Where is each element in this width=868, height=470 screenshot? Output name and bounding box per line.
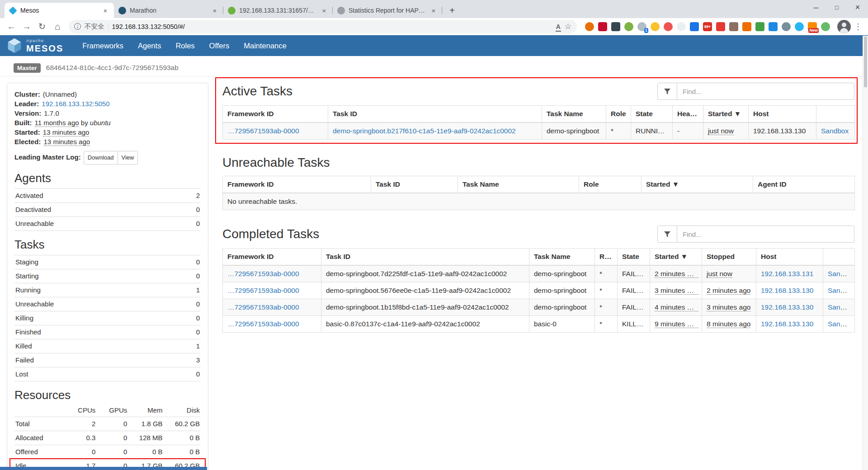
filter-button[interactable] (657, 226, 677, 243)
column-header[interactable]: Stopped (702, 249, 756, 266)
sandbox-link[interactable]: Sandbox (828, 303, 855, 311)
find-input[interactable] (677, 83, 854, 100)
sandbox-link[interactable]: Sandbox (828, 270, 855, 277)
column-header[interactable]: Task Name (542, 106, 606, 123)
log-download-button[interactable]: Download (84, 151, 118, 164)
column-header[interactable]: State (618, 249, 650, 266)
framework-id-link[interactable]: …7295671593ab-0000 (227, 127, 299, 135)
framework-id-link[interactable]: …7295671593ab-0000 (227, 270, 299, 277)
adblock-plus-icon[interactable] (598, 22, 607, 31)
browser-tab-marathon[interactable]: Marathon (114, 3, 223, 18)
nav-item-offers[interactable]: Offers (202, 35, 237, 56)
bookmark-star-icon[interactable] (565, 22, 571, 31)
extension-icon[interactable] (624, 22, 633, 31)
framework-id-link[interactable]: …7295671593ab-0000 (227, 320, 299, 328)
column-header[interactable]: Task Name (529, 249, 595, 266)
task-role: * (606, 122, 631, 140)
window-close-button[interactable] (847, 0, 868, 14)
mesos-brand[interactable]: Apache MESOS (6, 38, 63, 54)
column-header[interactable]: Health (673, 106, 703, 123)
column-header-sorted[interactable]: Started ▼ (703, 106, 749, 123)
column-header[interactable]: Task ID (371, 176, 458, 193)
host-link[interactable]: 192.168.133.131 (761, 270, 813, 277)
extension-icon[interactable] (795, 22, 804, 31)
leader-link[interactable]: 192.168.133.132:5050 (42, 100, 109, 108)
extension-icon[interactable]: 99+ (703, 22, 712, 31)
column-header[interactable]: Host (756, 249, 823, 266)
extension-icon[interactable] (742, 22, 751, 31)
extension-icon[interactable]: 1 (637, 22, 646, 31)
column-header-sorted[interactable]: Started ▼ (650, 249, 702, 266)
extension-icon[interactable] (821, 22, 830, 31)
extension-icon[interactable] (677, 22, 686, 31)
back-button[interactable] (5, 20, 18, 33)
task-id-link[interactable]: demo-springboot.b217f610-c1a5-11e9-aaf9-… (333, 127, 516, 135)
new-tab-button[interactable] (446, 4, 458, 17)
extension-icon[interactable] (585, 22, 594, 31)
task-name: demo-springboot (529, 282, 595, 299)
column-header[interactable]: Role (606, 106, 631, 123)
nav-item-roles[interactable]: Roles (168, 35, 202, 56)
forward-button[interactable] (20, 20, 33, 33)
framework-id-link[interactable]: …7295671593ab-0000 (227, 303, 299, 311)
extension-icon[interactable] (664, 22, 673, 31)
host-link[interactable]: 192.168.133.130 (761, 303, 813, 311)
url-text[interactable]: 192.168.133.132:5050/#/ (112, 23, 552, 30)
scrollbar-thumb[interactable] (864, 37, 867, 87)
browser-tab-haproxy[interactable]: Statistics Report for HAProxy (333, 3, 442, 18)
column-header[interactable]: Task ID (321, 249, 529, 266)
column-header[interactable]: Framework ID (223, 176, 371, 193)
page-scrollbar[interactable] (863, 36, 868, 470)
master-row: Master 68464124-810c-4cc1-9d7c-729567159… (0, 56, 868, 76)
sandbox-link[interactable]: Sandbox (821, 127, 849, 135)
nav-item-agents[interactable]: Agents (131, 35, 168, 56)
find-input[interactable] (677, 226, 854, 243)
extension-icon[interactable] (729, 22, 738, 31)
column-header[interactable]: Task Name (458, 176, 579, 193)
column-header[interactable]: Role (579, 176, 642, 193)
extension-icon[interactable] (611, 22, 620, 31)
extension-icon[interactable] (755, 22, 764, 31)
column-header[interactable]: Framework ID (223, 106, 328, 123)
column-header[interactable]: Task ID (328, 106, 542, 123)
host-link[interactable]: 192.168.133.130 (761, 320, 813, 328)
column-header-sorted[interactable]: Started ▼ (642, 176, 753, 193)
browser-menu-icon[interactable] (853, 20, 863, 33)
translate-icon[interactable] (556, 23, 561, 30)
nav-item-maintenance[interactable]: Maintenance (236, 35, 293, 56)
reload-button[interactable] (35, 20, 49, 33)
home-button[interactable] (51, 20, 64, 33)
tab-close-icon[interactable] (101, 6, 109, 14)
extension-icon[interactable] (716, 22, 725, 31)
extension-icon[interactable] (651, 22, 660, 31)
task-role: * (595, 282, 618, 299)
site-info-icon[interactable] (74, 23, 81, 30)
column-header[interactable]: Host (749, 106, 816, 123)
sandbox-link[interactable]: Sandbox (828, 320, 855, 328)
column-header[interactable]: Role (595, 249, 618, 266)
profile-avatar[interactable] (837, 20, 851, 33)
address-bar[interactable]: 不安全 192.168.133.132:5050/#/ (69, 20, 577, 33)
tasks-row-label: Killing (14, 311, 178, 325)
tab-close-icon[interactable] (320, 6, 328, 14)
minimize-button[interactable] (806, 0, 826, 14)
browser-tab-hello[interactable]: 192.168.133.131:31657/hello (223, 3, 333, 18)
sandbox-link[interactable]: Sandbox (828, 287, 855, 294)
nav-item-frameworks[interactable]: Frameworks (75, 35, 131, 56)
tab-close-icon[interactable] (211, 6, 219, 14)
column-header[interactable]: Framework ID (223, 249, 321, 266)
host-link[interactable]: 192.168.133.130 (761, 287, 813, 294)
extension-icon[interactable] (769, 22, 778, 31)
extension-icon[interactable] (782, 22, 791, 31)
maximize-button[interactable] (826, 0, 847, 14)
extension-icon[interactable] (690, 22, 699, 31)
column-header[interactable]: Agent ID (753, 176, 855, 193)
log-view-button[interactable]: View (118, 151, 138, 164)
column-header[interactable]: State (631, 106, 673, 123)
table-row: Lost0 (14, 367, 201, 381)
tab-close-icon[interactable] (429, 6, 438, 14)
extension-icon[interactable]: New (808, 22, 817, 31)
framework-id-link[interactable]: …7295671593ab-0000 (227, 287, 299, 294)
filter-button[interactable] (657, 83, 677, 100)
browser-tab-mesos[interactable]: Mesos (5, 3, 114, 18)
